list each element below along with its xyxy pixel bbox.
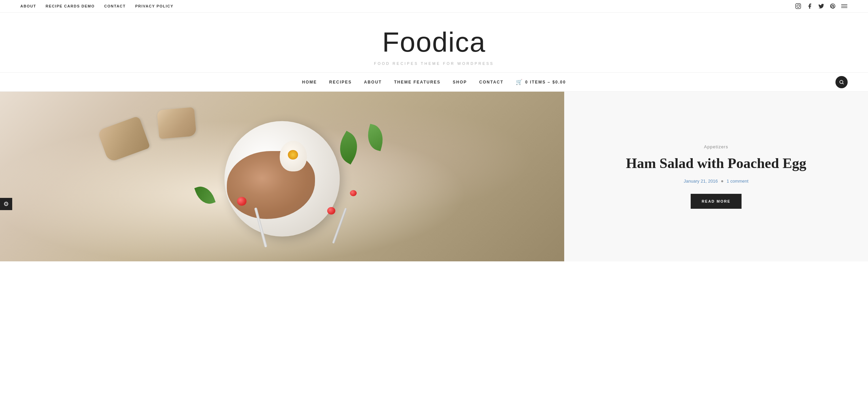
tomato-decoration-2 xyxy=(327,207,335,215)
svg-rect-3 xyxy=(841,4,847,5)
nav-item-home[interactable]: HOME xyxy=(302,80,317,85)
pinterest-icon[interactable] xyxy=(829,3,836,10)
bread-decoration-2 xyxy=(157,107,196,139)
hero-category: Appetizers xyxy=(704,144,728,149)
leaf-decoration-2 xyxy=(364,124,386,151)
knife-decoration xyxy=(332,208,347,244)
nav-item-theme-features[interactable]: THEME FEATURES xyxy=(394,80,440,85)
main-nav: HOME RECIPES ABOUT THEME FEATURES SHOP C… xyxy=(0,72,868,92)
tomato-decoration-3 xyxy=(350,190,357,196)
leaf-decoration-3 xyxy=(194,183,216,207)
topnav-item-contact[interactable]: CONTACT xyxy=(104,4,125,8)
meta-separator xyxy=(721,180,723,182)
hero-date: January 21, 2016 xyxy=(684,179,718,184)
top-nav: ABOUT RECIPE CARDS DEMO CONTACT PRIVACY … xyxy=(20,4,174,8)
site-tagline: FOOD RECIPES THEME FOR WORDPRESS xyxy=(7,61,861,66)
svg-rect-5 xyxy=(841,7,847,8)
bread-decoration-1 xyxy=(97,116,150,163)
twitter-icon[interactable] xyxy=(818,3,825,10)
cart-link[interactable]: 🛒 0 ITEMS – $0.00 xyxy=(516,79,566,85)
leaf-decoration-1 xyxy=(333,131,364,164)
svg-point-2 xyxy=(799,4,800,5)
instagram-icon[interactable] xyxy=(795,3,802,10)
menu-icon[interactable] xyxy=(841,3,848,10)
nav-item-about[interactable]: ABOUT xyxy=(364,80,382,85)
cart-icon: 🛒 xyxy=(516,79,523,85)
nav-item-contact[interactable]: CONTACT xyxy=(479,80,504,85)
hero-image xyxy=(0,92,564,261)
cart-label: 0 ITEMS – $0.00 xyxy=(525,80,566,85)
search-icon xyxy=(839,79,844,85)
egg-decoration xyxy=(280,141,307,171)
topnav-item-about[interactable]: ABOUT xyxy=(20,4,36,8)
facebook-icon[interactable] xyxy=(806,3,813,10)
hero-title[interactable]: Ham Salad with Poached Egg xyxy=(626,155,806,172)
site-header: Foodica FOOD RECIPES THEME FOR WORDPRESS xyxy=(0,13,868,72)
nav-item-recipes[interactable]: RECIPES xyxy=(329,80,352,85)
gear-icon: ⚙ xyxy=(3,200,9,208)
social-icons xyxy=(795,3,848,10)
tomato-decoration-1 xyxy=(237,197,246,206)
site-title: Foodica xyxy=(7,26,861,58)
svg-line-7 xyxy=(843,83,844,84)
svg-point-1 xyxy=(797,5,800,7)
egg-yolk-decoration xyxy=(288,150,298,160)
topnav-item-recipe-cards[interactable]: RECIPE CARDS DEMO xyxy=(46,4,95,8)
hero-meta: January 21, 2016 1 comment xyxy=(684,179,749,184)
hero-section: Appetizers Ham Salad with Poached Egg Ja… xyxy=(0,92,868,261)
read-more-button[interactable]: READ MORE xyxy=(691,194,741,209)
hero-content-panel: Appetizers Ham Salad with Poached Egg Ja… xyxy=(564,92,868,261)
svg-point-6 xyxy=(840,80,843,83)
svg-rect-4 xyxy=(841,6,847,6)
nav-item-shop[interactable]: SHOP xyxy=(453,80,467,85)
svg-rect-0 xyxy=(796,4,801,9)
topnav-item-privacy[interactable]: PRIVACY POLICY xyxy=(135,4,174,8)
top-bar: ABOUT RECIPE CARDS DEMO CONTACT PRIVACY … xyxy=(0,0,868,13)
hero-comments[interactable]: 1 comment xyxy=(727,179,748,184)
search-button[interactable] xyxy=(835,76,848,88)
settings-gear-button[interactable]: ⚙ xyxy=(0,198,12,210)
